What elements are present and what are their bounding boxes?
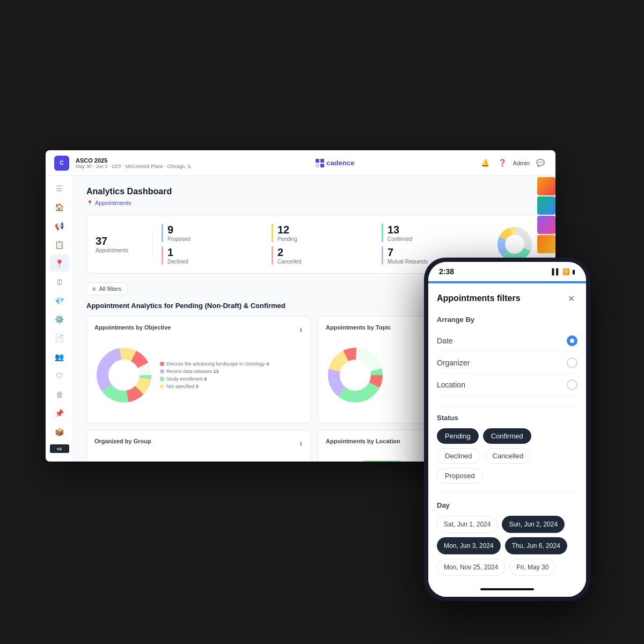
chart-group-content: [94, 450, 303, 462]
chart-objective-download[interactable]: ⬇: [298, 327, 303, 334]
divider-1: [437, 405, 577, 405]
sidebar-item-shield[interactable]: 🛡: [50, 368, 69, 384]
filter-modal-title: Appointments filters: [437, 294, 521, 303]
status-chip-confirmed[interactable]: Confirmed: [483, 428, 531, 444]
chart-location-title: Appointments by Location: [326, 438, 400, 444]
status-chip-pending[interactable]: Pending: [437, 428, 479, 444]
sidebar-item-diamond[interactable]: 💎: [50, 292, 69, 309]
legend-dot-3: [160, 377, 164, 381]
sidebar-item-home[interactable]: 🏠: [50, 199, 69, 216]
sidebar-item-settings[interactable]: ⚙️: [50, 311, 69, 328]
svg-rect-2: [320, 164, 324, 167]
day-chip-nov25[interactable]: Mon, Nov 25, 2024: [437, 559, 505, 576]
legend-item-2: Recent data releases 13: [160, 369, 269, 374]
legend-label-2: Recent data releases 13: [166, 369, 219, 374]
arrange-date[interactable]: Date: [437, 330, 577, 352]
sidebar-item-notifications[interactable]: 📢: [50, 218, 69, 235]
chart-group: Organized by Group ⬇: [86, 430, 311, 462]
day-chip-jun1[interactable]: Sat, Jun 1, 2024: [437, 516, 497, 533]
avatar-1: [537, 177, 555, 195]
app-logo: C: [54, 156, 69, 171]
sidebar-version: v2: [57, 447, 62, 451]
event-info: ASCO 2025 May 30 - Jun 2 · CDT · McCormi…: [76, 157, 192, 169]
home-indicator: [480, 588, 534, 590]
phone-time: 2:38: [439, 267, 454, 276]
all-filters-button[interactable]: ≡ All filters: [86, 282, 127, 295]
sidebar-item-docs[interactable]: 📄: [50, 330, 69, 347]
help-icon[interactable]: ❓: [496, 157, 509, 170]
svg-rect-3: [316, 164, 319, 167]
top-bar: C ASCO 2025 May 30 - Jun 2 · CDT · McCor…: [46, 150, 555, 176]
stat-confirmed-label: Confirmed: [387, 236, 487, 242]
legend-label-3: Study enrollment 4: [166, 376, 207, 382]
phone-status-bar: 2:38 ▌▌ 🛜 ▮: [428, 262, 586, 281]
location-donut: [326, 460, 433, 462]
objective-legend: Discuss the advancing landscape in Oncol…: [160, 361, 269, 389]
status-chips: Pending Confirmed Declined Cancelled Pro…: [437, 428, 577, 484]
chat-icon[interactable]: 💬: [534, 157, 547, 170]
stat-total: 37 Appointments: [96, 235, 144, 253]
stat-declined: 1 Declined: [162, 246, 267, 265]
day-chip-jun2[interactable]: Sun, Jun 2, 2024: [502, 516, 565, 533]
sidebar-item-people[interactable]: 👥: [50, 349, 69, 365]
svg-rect-0: [316, 159, 319, 163]
battery-icon: ▮: [572, 268, 575, 275]
phone-filter-modal: Appointments filters ✕ Arrange By Date O…: [428, 283, 586, 582]
phone-screen: 2:38 ▌▌ 🛜 ▮ Appointments filters ✕ Arran…: [428, 262, 586, 597]
breadcrumb-icon: 📍: [86, 200, 93, 206]
event-detail: May 30 - Jun 2 · CDT · McCormick Place ·…: [76, 164, 192, 169]
stat-pending-value: 12: [277, 224, 377, 236]
stat-proposed-value: 9: [167, 224, 267, 236]
chart-objective-title: Appointments by Objective: [94, 324, 171, 331]
filter-close-button[interactable]: ✕: [565, 292, 577, 305]
chart-group-title: Organized by Group: [94, 438, 151, 444]
avatar-4: [537, 235, 555, 253]
arrange-organizer-label: Organizer: [437, 358, 470, 367]
legend-item-1: Discuss the advancing landscape in Oncol…: [160, 361, 269, 367]
chart-topic-title: Appointments by Topic: [326, 324, 391, 331]
divider-2: [437, 492, 577, 493]
legend-item-4: Not specified 3: [160, 384, 269, 389]
filter-icon: ≡: [92, 286, 96, 292]
stat-confirmed: 13 Confirmed: [382, 224, 487, 242]
cadence-logo: cadence: [316, 159, 354, 167]
sidebar-item-pin[interactable]: 📌: [50, 405, 69, 421]
sidebar-bottom: v2: [50, 444, 69, 457]
legend-dot-1: [160, 362, 164, 366]
arrange-options: Date Organizer Location: [437, 330, 577, 396]
sidebar-item-trash[interactable]: 🗑: [50, 386, 69, 402]
day-chip-may30[interactable]: Fri, May 30: [509, 559, 555, 576]
avatar-3: [537, 216, 555, 234]
sidebar-item-calendar[interactable]: 🗓: [50, 274, 69, 290]
status-chip-proposed[interactable]: Proposed: [437, 468, 483, 484]
topic-donut: [326, 346, 385, 405]
status-chip-declined[interactable]: Declined: [437, 448, 480, 464]
stat-cancelled-label: Cancelled: [277, 259, 377, 265]
phone-mockup: 2:38 ▌▌ 🛜 ▮ Appointments filters ✕ Arran…: [424, 258, 590, 601]
day-chips: Sat, Jun 1, 2024 Sun, Jun 2, 2024 Mon, J…: [437, 516, 577, 576]
svg-rect-1: [320, 159, 324, 163]
arrange-location[interactable]: Location: [437, 374, 577, 396]
arrange-date-radio[interactable]: [567, 335, 577, 346]
chart-objective-content: Discuss the advancing landscape in Oncol…: [94, 336, 303, 414]
stat-total-value: 37: [96, 235, 144, 247]
day-chip-jun3[interactable]: Mon, Jun 3, 2024: [437, 537, 501, 554]
sidebar-item-analytics[interactable]: 📍: [50, 255, 69, 272]
arrange-location-radio[interactable]: [567, 379, 577, 390]
arrange-organizer-radio[interactable]: [567, 357, 577, 368]
day-chip-jun6[interactable]: Thu, Jun 6, 2024: [505, 537, 567, 554]
legend-label-1: Discuss the advancing landscape in Oncol…: [166, 361, 269, 367]
legend-item-3: Study enrollment 4: [160, 376, 269, 382]
sidebar: ☰ 🏠 📢 📋 📍 🗓 💎 ⚙️ 📄 👥 🛡 🗑 📌 📦 v2: [46, 176, 74, 462]
sidebar-item-package[interactable]: 📦: [50, 423, 69, 440]
stat-declined-label: Declined: [167, 259, 267, 265]
status-chip-cancelled[interactable]: Cancelled: [485, 448, 532, 464]
sidebar-item-directory[interactable]: 📋: [50, 237, 69, 253]
notification-icon[interactable]: 🔔: [479, 157, 492, 170]
legend-dot-4: [160, 384, 164, 389]
sidebar-item-menu[interactable]: ☰: [50, 180, 69, 197]
arrange-organizer[interactable]: Organizer: [437, 352, 577, 374]
stat-pending: 12 Pending: [272, 224, 377, 242]
chart-group-download[interactable]: ⬇: [298, 441, 303, 448]
avatar-2: [537, 196, 555, 215]
